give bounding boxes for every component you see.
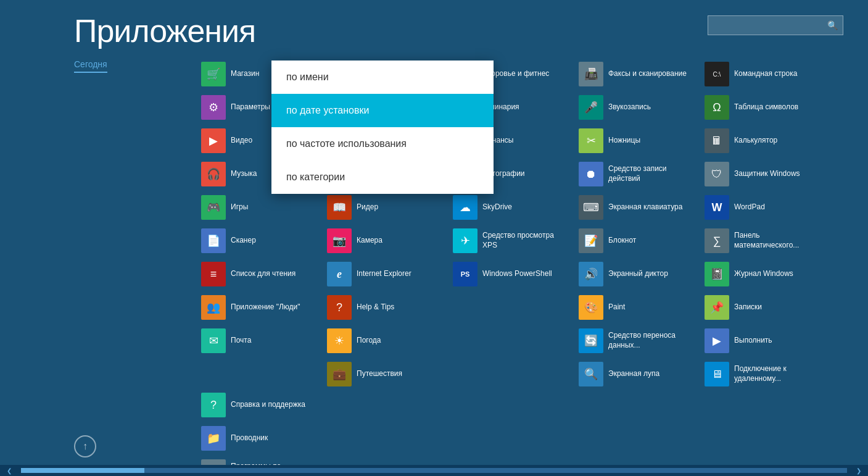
col-5: C:\ Командная строка Ω Таблица символов … — [701, 59, 824, 390]
paint-icon: 🎨 — [579, 295, 603, 320]
app-magnifier[interactable]: 🔍 Экранная лупа — [575, 359, 698, 390]
app-magnifier-label: Экранная лупа — [608, 369, 659, 379]
app-video-label: Видео — [231, 136, 252, 146]
store-icon: 🛒 — [201, 62, 226, 86]
col-6: ? Справка и поддержка 📁 Проводник ✔ Прог… — [197, 390, 321, 470]
app-xps-label: Средство просмотра XPS — [482, 231, 569, 250]
camera-icon: 📷 — [327, 228, 352, 253]
app-cmd[interactable]: C:\ Командная строка — [701, 59, 824, 90]
app-charmap[interactable]: Ω Таблица символов — [701, 92, 824, 123]
app-math[interactable]: ∑ Панель математического... — [701, 225, 824, 256]
app-help[interactable]: ? Help & Tips — [323, 292, 447, 323]
ie-icon: e — [327, 262, 352, 286]
app-steps[interactable]: ⏺ Средство записи действий — [575, 159, 698, 190]
wordpad-icon: W — [705, 195, 729, 220]
search-icon[interactable]: 🔍 — [827, 20, 838, 30]
sort-by-name[interactable]: по имени — [271, 61, 494, 94]
steps-icon: ⏺ — [579, 162, 603, 186]
app-skydrive-label: SkyDrive — [482, 203, 512, 212]
mail-icon: ✉ — [201, 328, 226, 353]
sort-by-date[interactable]: по дате установки — [271, 94, 494, 127]
app-skydrive[interactable]: ☁ SkyDrive — [449, 192, 572, 223]
app-help2-label: Справка и поддержка — [231, 400, 305, 410]
search-input[interactable] — [713, 21, 827, 30]
app-mail[interactable]: ✉ Почта — [197, 325, 321, 356]
math-icon: ∑ — [705, 228, 729, 253]
app-paint[interactable]: 🎨 Paint — [575, 292, 698, 323]
app-xps[interactable]: ✈ Средство просмотра XPS — [449, 225, 572, 256]
app-faxscan[interactable]: 📠 Факсы и сканирование — [575, 59, 698, 90]
app-calc2[interactable]: 🖩 Калькулятор — [701, 125, 824, 156]
app-games[interactable]: 🎮 Игры — [197, 192, 321, 223]
scroll-up-button[interactable]: ↑ — [74, 435, 96, 457]
app-powershell-label: Windows PowerShell — [482, 269, 552, 279]
faxscan-icon: 📠 — [579, 62, 603, 86]
scroll-track[interactable] — [21, 468, 847, 473]
people-icon: 👥 — [201, 295, 226, 320]
app-connect[interactable]: 🖥 Подключение к удаленному... — [701, 359, 824, 390]
app-dictation-label: Экранный диктор — [608, 269, 668, 279]
sidebar-label: Сегодня — [74, 59, 107, 73]
app-reader[interactable]: 📖 Ридер — [323, 192, 447, 223]
app-music-label: Музыка — [231, 169, 257, 179]
app-help-label: Help & Tips — [357, 303, 394, 312]
app-people-label: Приложение "Люди" — [231, 303, 300, 312]
explorer-icon: 📁 — [201, 426, 226, 451]
header: Приложения 🔍 — [0, 0, 868, 56]
app-explorer[interactable]: 📁 Проводник — [197, 423, 321, 454]
search-box[interactable]: 🔍 — [708, 15, 843, 35]
app-run[interactable]: ▶ Выполнить — [701, 325, 824, 356]
app-people[interactable]: 👥 Приложение "Люди" — [197, 292, 321, 323]
notes-icon: 📌 — [705, 295, 729, 320]
app-defender-label: Защитник Windows — [734, 169, 800, 179]
app-wordpad[interactable]: W WordPad — [701, 192, 824, 223]
app-run-label: Выполнить — [734, 336, 772, 346]
app-voice-label: Звукозапись — [608, 102, 651, 112]
app-voice[interactable]: 🎤 Звукозапись — [575, 92, 698, 123]
app-notes[interactable]: 📌 Записки — [701, 292, 824, 323]
help-icon: ? — [327, 295, 352, 320]
sort-by-freq[interactable]: по частоте использования — [271, 127, 494, 161]
voice-icon: 🎤 — [579, 95, 603, 120]
app-journal-label: Журнал Windows — [734, 269, 793, 279]
app-travel[interactable]: 💼 Путешествия — [323, 359, 447, 390]
cmd-icon: C:\ — [705, 62, 729, 86]
scroll-left-arrow[interactable]: ❮ — [0, 465, 19, 476]
app-help2[interactable]: ? Справка и поддержка — [197, 390, 321, 420]
app-reading-label: Список для чтения — [231, 269, 296, 279]
app-camera[interactable]: 📷 Камера — [323, 225, 447, 256]
app-notepad-label: Блокнот — [608, 236, 636, 246]
app-travel-label: Путешествия — [357, 369, 402, 379]
app-scanner[interactable]: 📄 Сканер — [197, 225, 321, 256]
scissors-icon: ✂ — [579, 128, 603, 153]
travel-icon: 💼 — [327, 362, 352, 386]
app-ie[interactable]: e Internet Explorer — [323, 259, 447, 290]
calc2-icon: 🖩 — [705, 128, 729, 153]
scroll-right-arrow[interactable]: ❯ — [849, 465, 868, 476]
keyboard-icon: ⌨ — [579, 195, 603, 220]
app-wordpad-label: WordPad — [734, 203, 765, 212]
app-transfer[interactable]: 🔄 Средство переноса данных... — [575, 325, 698, 356]
run-icon: ▶ — [705, 328, 729, 353]
app-reading[interactable]: ≡ Список для чтения — [197, 259, 321, 290]
help2-icon: ? — [201, 393, 226, 417]
col-4: 📠 Факсы и сканирование 🎤 Звукозапись ✂ Н… — [575, 59, 698, 390]
app-weather[interactable]: ☀ Погода — [323, 325, 447, 356]
sort-by-cat[interactable]: по категории — [271, 161, 494, 194]
journal-icon: 📓 — [705, 262, 729, 286]
app-math-label: Панель математического... — [734, 231, 820, 250]
scroll-thumb[interactable] — [21, 468, 144, 473]
app-ie-label: Internet Explorer — [357, 269, 411, 279]
app-notepad[interactable]: 📝 Блокнот — [575, 225, 698, 256]
app-powershell[interactable]: PS Windows PowerShell — [449, 259, 572, 290]
notepad-icon: 📝 — [579, 228, 603, 253]
app-calc2-label: Калькулятор — [734, 136, 777, 146]
app-scissors[interactable]: ✂ Ножницы — [575, 125, 698, 156]
app-defender[interactable]: 🛡 Защитник Windows — [701, 159, 824, 190]
app-faxscan-label: Факсы и сканирование — [608, 69, 687, 79]
app-dictation[interactable]: 🔊 Экранный диктор — [575, 259, 698, 290]
app-journal[interactable]: 📓 Журнал Windows — [701, 259, 824, 290]
xps-icon: ✈ — [453, 228, 477, 253]
app-keyboard[interactable]: ⌨ Экранная клавиатура — [575, 192, 698, 223]
skydrive-icon: ☁ — [453, 195, 477, 220]
